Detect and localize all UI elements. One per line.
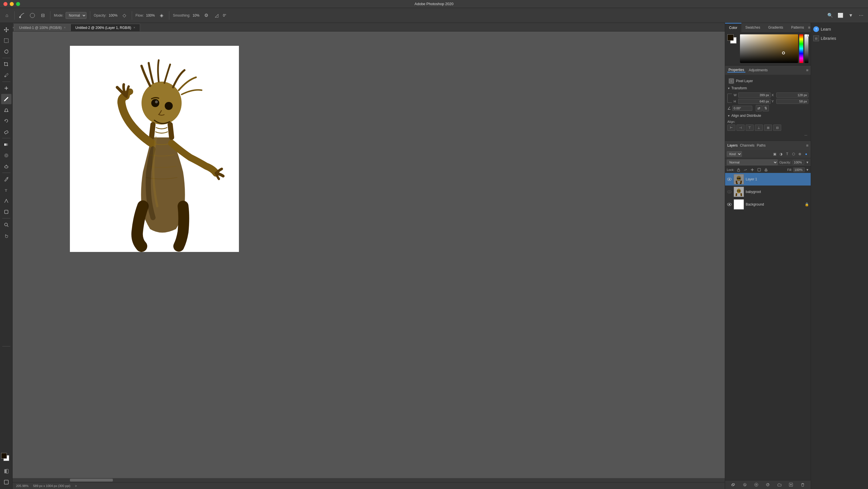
path-select-tool[interactable] — [1, 196, 11, 206]
foreground-color-chip[interactable] — [727, 34, 734, 41]
type-filter-icon[interactable]: T — [784, 151, 790, 157]
angle-icon[interactable]: ◿ — [213, 11, 221, 20]
fill-stepper[interactable]: ▼ — [806, 168, 809, 171]
color-spectrum[interactable] — [740, 34, 798, 63]
canvas[interactable] — [70, 46, 239, 252]
window-controls[interactable] — [3, 2, 20, 6]
fill-input[interactable] — [793, 167, 805, 172]
more-icon[interactable]: ⋯ — [857, 11, 865, 20]
libraries-label[interactable]: Libraries — [821, 36, 836, 41]
tab-channels[interactable]: Channels — [740, 143, 754, 148]
pixel-filter-icon[interactable]: ▣ — [772, 151, 777, 157]
pen-tool[interactable] — [1, 174, 11, 184]
mode-select[interactable]: Normal — [66, 12, 87, 19]
canvas-scroll[interactable] — [12, 32, 725, 478]
tab1-close[interactable]: × — [64, 26, 66, 29]
w-input[interactable] — [738, 93, 771, 98]
history-tool[interactable] — [1, 116, 11, 126]
crop-tool[interactable] — [1, 59, 11, 70]
zoom-tool[interactable] — [1, 220, 11, 230]
align-left-btn[interactable]: ⊢ — [727, 125, 735, 131]
maximize-button[interactable] — [16, 2, 20, 6]
transform-section-header[interactable]: ▼ Transform — [727, 85, 808, 91]
lasso-tool[interactable] — [1, 46, 11, 57]
brush-settings-icon[interactable]: ⊟ — [39, 11, 47, 20]
eyedropper-tool[interactable] — [1, 70, 11, 80]
x-input[interactable] — [776, 93, 809, 98]
quick-mask-btn[interactable] — [1, 466, 11, 477]
hand-tool[interactable] — [1, 230, 11, 241]
shape-tool[interactable] — [1, 207, 11, 217]
lock-all-btn[interactable] — [764, 167, 769, 172]
minimize-button[interactable] — [10, 2, 14, 6]
layers-panel-menu[interactable]: ≡ — [806, 143, 808, 148]
smartobj-filter-icon[interactable]: ⊕ — [797, 151, 803, 157]
close-button[interactable] — [3, 2, 7, 6]
angle-input[interactable] — [732, 106, 752, 111]
align-top-btn[interactable]: ⊥ — [755, 125, 763, 131]
select-tool[interactable] — [1, 35, 11, 46]
tab-color[interactable]: Color — [725, 23, 741, 32]
horizontal-scrollbar[interactable] — [12, 478, 725, 482]
tab-untitled1[interactable]: Untitled-1 @ 100% (RGB/8) × — [14, 24, 70, 31]
opacity-toggle-icon[interactable]: ◇ — [120, 11, 128, 20]
extras-icon[interactable]: ▼ — [847, 11, 855, 20]
link-layers-btn[interactable] — [730, 482, 736, 488]
align-center-h-btn[interactable]: ⊣ — [737, 125, 745, 131]
dodge-tool[interactable] — [1, 161, 11, 171]
opacity-stepper[interactable]: ▼ — [806, 161, 809, 164]
home-icon[interactable]: ⌂ — [3, 11, 11, 20]
opacity-input[interactable] — [793, 160, 804, 165]
brush-tool-icon[interactable] — [18, 11, 26, 20]
move-tool[interactable] — [1, 25, 11, 35]
screen-mode-btn[interactable] — [1, 477, 11, 487]
link-proportions[interactable] — [727, 94, 732, 103]
align-bottom-btn[interactable]: ⊟ — [773, 125, 781, 131]
properties-menu[interactable]: ≡ — [806, 68, 808, 72]
blur-tool[interactable] — [1, 150, 11, 161]
blend-mode-select[interactable]: Normal — [727, 160, 778, 165]
tab-adjustments[interactable]: Adjustments — [748, 68, 769, 72]
add-layer-btn[interactable] — [788, 482, 794, 488]
add-mask-btn[interactable] — [753, 482, 760, 488]
adjustment-filter-icon[interactable]: ◑ — [778, 151, 784, 157]
lock-image-btn[interactable] — [743, 167, 748, 172]
shape-filter-icon[interactable]: ⬡ — [790, 151, 796, 157]
kind-select[interactable]: Kind — [727, 151, 742, 157]
y-input[interactable] — [776, 99, 809, 104]
healing-tool[interactable] — [1, 83, 11, 93]
align-section-header[interactable]: ▼ Align and Distribute — [727, 112, 808, 119]
fg-bg-colors[interactable] — [727, 34, 738, 45]
tab-untitled2[interactable]: Untitled-2 @ 206% (Layer 1, RGB/8) × — [70, 24, 140, 31]
brush-size-icon[interactable] — [28, 11, 36, 20]
color-panel-menu[interactable]: ≡ — [808, 25, 810, 30]
align-right-btn[interactable]: ⊤ — [746, 125, 754, 131]
layer1-visibility[interactable] — [727, 177, 732, 181]
lock-pixels-btn[interactable] — [736, 167, 741, 172]
search-icon[interactable]: 🔍 — [826, 11, 834, 20]
add-adjustment-btn[interactable] — [765, 482, 771, 488]
h-input[interactable] — [738, 99, 771, 104]
tab-properties[interactable]: Properties — [727, 68, 745, 72]
statusbar-arrow[interactable]: > — [75, 484, 77, 488]
flip-h-btn[interactable]: ⇄ — [756, 105, 762, 111]
layer-item-babygroot[interactable]: babygroot — [725, 186, 811, 198]
eraser-tool[interactable] — [1, 127, 11, 137]
filter-toggle-icon[interactable]: ● — [803, 151, 809, 157]
tab-swatches[interactable]: Swatches — [741, 23, 764, 32]
stamp-tool[interactable] — [1, 105, 11, 115]
layer-item-layer1[interactable]: Layer 1 — [725, 173, 811, 186]
delete-layer-btn[interactable] — [800, 482, 806, 488]
airbrush-icon[interactable]: ◈ — [158, 11, 165, 20]
windows-icon[interactable]: ⬜ — [836, 11, 844, 20]
tab2-close[interactable]: × — [133, 26, 135, 29]
tab-layers[interactable]: Layers — [727, 143, 738, 148]
flip-v-btn[interactable]: ⇅ — [763, 105, 769, 111]
add-group-btn[interactable] — [776, 482, 783, 488]
babygroot-visibility[interactable] — [727, 190, 732, 194]
more-options[interactable]: ··· — [727, 132, 808, 138]
gradient-tool[interactable] — [1, 139, 11, 150]
align-center-v-btn[interactable]: ⊞ — [764, 125, 772, 131]
tab-paths[interactable]: Paths — [757, 143, 766, 148]
alpha-slider[interactable] — [804, 34, 808, 63]
